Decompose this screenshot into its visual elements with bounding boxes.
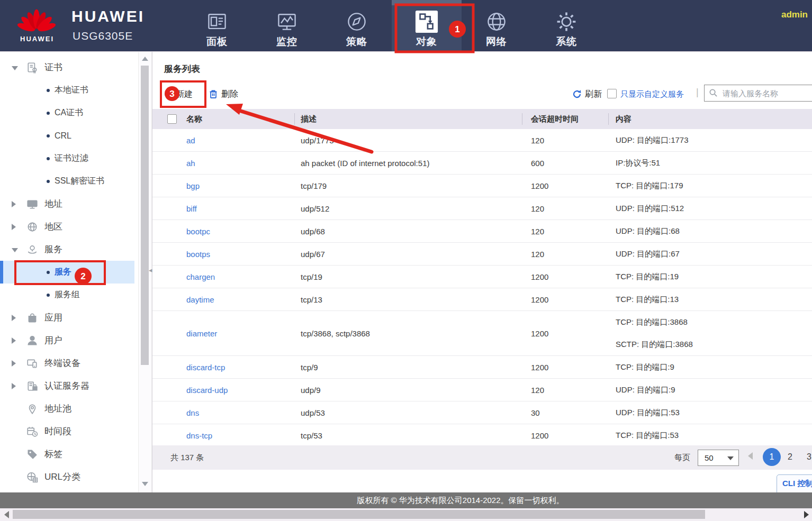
refresh-icon xyxy=(572,89,582,99)
refresh-button[interactable]: 刷新 xyxy=(572,85,602,103)
sidebar-item-region[interactable]: 地区 xyxy=(0,215,134,238)
cell-content: TCP: 目的端口:53 xyxy=(608,424,812,446)
service-name-link[interactable]: ah xyxy=(186,159,195,168)
tree-collapsed-icon[interactable] xyxy=(12,337,16,344)
tree-collapsed-icon[interactable] xyxy=(12,360,16,367)
sidebar-item-label: 服务 xyxy=(55,267,71,278)
service-name-link[interactable]: ad xyxy=(186,136,195,145)
address-icon xyxy=(26,198,38,210)
service-name-link[interactable]: chargen xyxy=(186,272,215,281)
sidebar-item-crl[interactable]: CRL xyxy=(0,124,134,147)
nav-tab-system[interactable]: 系统 xyxy=(531,5,601,51)
sidebar-item-cert-filter[interactable]: 证书过滤 xyxy=(0,147,134,170)
cell-timeout: 1200 xyxy=(522,295,608,304)
content-line: UDP: 目的端口:68 xyxy=(616,220,812,242)
sidebar: 证书本地证书CA证书CRL证书过滤SSL解密证书地址地区服务服务服务组应用用户终… xyxy=(0,52,152,492)
column-separator xyxy=(294,113,295,125)
cell-description: tcp/13 xyxy=(294,295,522,304)
tree-collapsed-icon[interactable] xyxy=(12,224,16,230)
refresh-button-label: 刷新 xyxy=(585,89,602,100)
cell-timeout: 120 xyxy=(522,136,608,145)
search-input[interactable] xyxy=(721,88,812,98)
tree-collapsed-icon[interactable] xyxy=(12,315,16,321)
nav-tab-objects[interactable]: 对象 xyxy=(392,5,462,51)
new-button[interactable]: 新建 xyxy=(163,85,193,103)
horizontal-scrollbar[interactable] xyxy=(0,508,812,521)
huawei-logo-word: HUAWEI xyxy=(16,35,58,43)
sidebar-item-address[interactable]: 地址 xyxy=(0,193,134,215)
per-page-select[interactable]: 50 xyxy=(698,450,739,466)
delete-button[interactable]: 删除 xyxy=(209,85,238,103)
previous-page-icon[interactable] xyxy=(748,452,753,460)
scroll-down-icon[interactable] xyxy=(142,482,148,486)
sidebar-item-tag[interactable]: 标签 xyxy=(0,443,134,465)
sidebar-item-label: CRL xyxy=(55,131,71,140)
nav-tab-policy[interactable]: 策略 xyxy=(322,5,392,51)
nav-tab-monitor[interactable]: 监控 xyxy=(252,5,322,51)
nav-tab-panel[interactable]: 面板 xyxy=(182,5,252,51)
page-button[interactable]: 2 xyxy=(788,452,792,462)
scroll-right-icon[interactable] xyxy=(804,511,809,518)
url-category-icon xyxy=(26,471,38,483)
service-name-link[interactable]: diameter xyxy=(186,329,217,338)
time-range-icon xyxy=(26,426,38,437)
service-search-box[interactable] xyxy=(704,85,812,102)
sidebar-item-service[interactable]: 服务 xyxy=(0,238,134,261)
sidebar-item-time-range[interactable]: 时间段 xyxy=(0,420,134,443)
service-name-link[interactable]: discard-udp xyxy=(186,386,228,395)
scroll-left-icon[interactable] xyxy=(4,511,9,518)
sidebar-item-service-item[interactable]: 服务 xyxy=(0,261,134,284)
sidebar-item-local-cert[interactable]: 本地证书 xyxy=(0,79,134,102)
content-line: UDP: 目的端口:512 xyxy=(616,197,812,220)
tree-expanded-icon[interactable] xyxy=(12,248,18,252)
tree-expanded-icon[interactable] xyxy=(12,66,18,70)
sidebar-item-label: 时间段 xyxy=(44,425,71,437)
scroll-up-icon[interactable] xyxy=(142,57,148,61)
sidebar-item-terminal-device[interactable]: 终端设备 xyxy=(0,352,134,374)
service-name-link[interactable]: dns-tcp xyxy=(186,431,212,440)
new-button-label: 新建 xyxy=(176,89,193,100)
sidebar-item-service-group[interactable]: 服务组 xyxy=(0,284,134,306)
service-name-link[interactable]: biff xyxy=(186,204,197,213)
cell-name: bgp xyxy=(152,181,294,190)
cell-content: UDP: 目的端口:9 xyxy=(608,379,812,401)
table-row: bootpsudp/67120UDP: 目的端口:67 xyxy=(152,243,812,266)
content-line: TCP: 目的端口:19 xyxy=(616,266,812,288)
service-name-link[interactable]: bootpc xyxy=(186,227,210,236)
cell-content: TCP: 目的端口:3868SCTP: 目的端口:3868 xyxy=(608,311,812,355)
app-header: HUAWEI HUAWEI USG6305E 面板监控策略对象网络系统 admi… xyxy=(0,0,812,52)
user-icon xyxy=(26,335,38,346)
service-name-link[interactable]: dns xyxy=(186,408,199,417)
cell-description: udp/67 xyxy=(294,250,522,259)
page-button[interactable]: 3 xyxy=(807,452,811,462)
service-name-link[interactable]: daytime xyxy=(186,295,214,304)
select-all-checkbox[interactable] xyxy=(167,114,177,124)
custom-service-filter-label[interactable]: 只显示自定义服务 xyxy=(620,89,684,99)
sidebar-item-url-category[interactable]: URL分类 xyxy=(0,465,134,488)
logged-in-user[interactable]: admin xyxy=(781,10,808,20)
sidebar-item-auth-server[interactable]: 认证服务器 xyxy=(0,374,134,397)
content-line: SCTP: 目的端口:3868 xyxy=(616,333,812,355)
sidebar-collapse-icon[interactable]: ◂ xyxy=(149,266,152,274)
tree-collapsed-icon[interactable] xyxy=(12,201,16,207)
nav-tab-network[interactable]: 网络 xyxy=(462,5,531,51)
page-button-current[interactable]: 1 xyxy=(763,448,781,466)
cell-name: dns-tcp xyxy=(152,431,294,440)
hscrollbar-thumb[interactable] xyxy=(13,510,705,519)
sidebar-item-label: 地区 xyxy=(44,221,62,233)
service-name-link[interactable]: bgp xyxy=(186,181,200,190)
sidebar-item-ca-cert[interactable]: CA证书 xyxy=(0,102,134,124)
sidebar-item-certificate[interactable]: 证书 xyxy=(0,56,134,79)
copyright-text: 版权所有 © 华为技术有限公司2014-2022。保留一切权利。 xyxy=(357,496,564,506)
cli-console-button[interactable]: CLI 控制台 xyxy=(777,474,812,492)
sidebar-item-application[interactable]: 应用 xyxy=(0,306,134,329)
sidebar-item-address-pool[interactable]: 地址池 xyxy=(0,397,134,420)
custom-service-checkbox[interactable] xyxy=(607,89,617,98)
service-name-link[interactable]: discard-tcp xyxy=(186,363,225,372)
sidebar-item-ssl-decrypt-cert[interactable]: SSL解密证书 xyxy=(0,170,134,193)
cell-content: TCP: 目的端口:13 xyxy=(608,288,812,310)
scrollbar-thumb[interactable] xyxy=(141,66,149,365)
service-name-link[interactable]: bootps xyxy=(186,250,210,259)
tree-collapsed-icon[interactable] xyxy=(12,383,16,389)
sidebar-item-user[interactable]: 用户 xyxy=(0,329,134,352)
